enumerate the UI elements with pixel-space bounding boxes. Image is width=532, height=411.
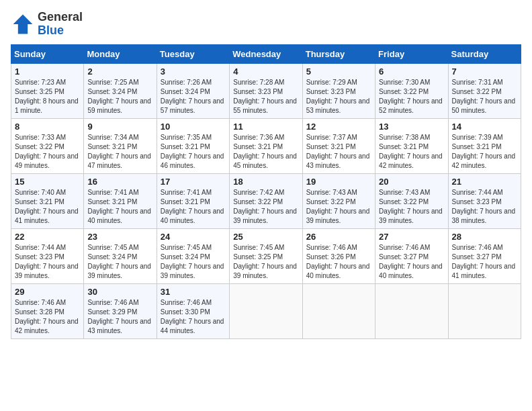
calendar-day-cell: 9 Sunrise: 7:34 AM Sunset: 3:21 PM Dayli…	[84, 118, 157, 173]
day-number: 23	[87, 232, 152, 242]
day-number: 12	[306, 122, 371, 132]
calendar-day-cell: 6 Sunrise: 7:30 AM Sunset: 3:22 PM Dayli…	[375, 63, 448, 118]
day-number: 28	[452, 232, 517, 242]
day-info: Sunrise: 7:37 AM Sunset: 3:21 PM Dayligh…	[306, 133, 371, 171]
calendar-day-cell: 23 Sunrise: 7:45 AM Sunset: 3:24 PM Dayl…	[84, 228, 157, 283]
svg-marker-0	[13, 14, 33, 34]
calendar-body: 1 Sunrise: 7:23 AM Sunset: 3:25 PM Dayli…	[11, 63, 521, 338]
calendar-day-cell: 27 Sunrise: 7:46 AM Sunset: 3:27 PM Dayl…	[375, 228, 448, 283]
day-info: Sunrise: 7:34 AM Sunset: 3:21 PM Dayligh…	[87, 133, 152, 171]
day-info: Sunrise: 7:30 AM Sunset: 3:22 PM Dayligh…	[379, 78, 444, 116]
calendar-day-cell: 29 Sunrise: 7:46 AM Sunset: 3:28 PM Dayl…	[11, 283, 84, 338]
weekday-label: Monday	[84, 44, 157, 63]
day-number: 24	[161, 232, 226, 242]
weekday-label: Sunday	[11, 44, 84, 63]
day-info: Sunrise: 7:33 AM Sunset: 3:22 PM Dayligh…	[15, 133, 80, 171]
page-header: General Blue	[11, 11, 521, 38]
day-info: Sunrise: 7:44 AM Sunset: 3:23 PM Dayligh…	[452, 188, 517, 226]
calendar-day-cell	[375, 283, 448, 338]
weekday-label: Friday	[375, 44, 448, 63]
day-info: Sunrise: 7:29 AM Sunset: 3:23 PM Dayligh…	[306, 78, 371, 116]
day-number: 20	[379, 177, 444, 187]
calendar-day-cell: 15 Sunrise: 7:40 AM Sunset: 3:21 PM Dayl…	[11, 173, 84, 228]
day-info: Sunrise: 7:43 AM Sunset: 3:22 PM Dayligh…	[379, 188, 444, 226]
weekday-label: Tuesday	[157, 44, 229, 63]
day-info: Sunrise: 7:28 AM Sunset: 3:23 PM Dayligh…	[233, 78, 298, 116]
calendar-day-cell: 28 Sunrise: 7:46 AM Sunset: 3:27 PM Dayl…	[448, 228, 521, 283]
day-number: 16	[87, 177, 152, 187]
calendar-day-cell: 13 Sunrise: 7:38 AM Sunset: 3:21 PM Dayl…	[375, 118, 448, 173]
calendar-day-cell: 16 Sunrise: 7:41 AM Sunset: 3:21 PM Dayl…	[84, 173, 157, 228]
calendar-day-cell: 17 Sunrise: 7:41 AM Sunset: 3:21 PM Dayl…	[157, 173, 229, 228]
day-info: Sunrise: 7:45 AM Sunset: 3:24 PM Dayligh…	[161, 243, 226, 281]
calendar-table: SundayMondayTuesdayWednesdayThursdayFrid…	[11, 44, 521, 339]
calendar-day-cell: 12 Sunrise: 7:37 AM Sunset: 3:21 PM Dayl…	[302, 118, 375, 173]
day-number: 1	[15, 66, 80, 77]
calendar-day-cell: 30 Sunrise: 7:46 AM Sunset: 3:29 PM Dayl…	[84, 283, 157, 338]
calendar-day-cell: 18 Sunrise: 7:42 AM Sunset: 3:22 PM Dayl…	[230, 173, 302, 228]
calendar-day-cell: 5 Sunrise: 7:29 AM Sunset: 3:23 PM Dayli…	[302, 63, 375, 118]
day-number: 5	[306, 66, 371, 77]
day-number: 10	[161, 122, 226, 132]
day-number: 7	[452, 66, 517, 77]
day-info: Sunrise: 7:31 AM Sunset: 3:22 PM Dayligh…	[452, 78, 517, 116]
logo-text: General Blue	[38, 11, 83, 38]
day-info: Sunrise: 7:42 AM Sunset: 3:22 PM Dayligh…	[233, 188, 298, 226]
calendar-day-cell	[448, 283, 521, 338]
day-info: Sunrise: 7:46 AM Sunset: 3:28 PM Dayligh…	[15, 298, 80, 336]
calendar-day-cell	[230, 283, 302, 338]
day-number: 29	[15, 287, 80, 297]
day-info: Sunrise: 7:41 AM Sunset: 3:21 PM Dayligh…	[87, 188, 152, 226]
calendar-day-cell: 11 Sunrise: 7:36 AM Sunset: 3:21 PM Dayl…	[230, 118, 302, 173]
logo-icon	[11, 12, 35, 36]
day-info: Sunrise: 7:46 AM Sunset: 3:26 PM Dayligh…	[306, 243, 371, 281]
calendar-day-cell: 21 Sunrise: 7:44 AM Sunset: 3:23 PM Dayl…	[448, 173, 521, 228]
day-number: 30	[87, 287, 152, 297]
day-info: Sunrise: 7:36 AM Sunset: 3:21 PM Dayligh…	[233, 133, 298, 171]
logo: General Blue	[11, 11, 83, 38]
calendar-day-cell: 25 Sunrise: 7:45 AM Sunset: 3:25 PM Dayl…	[230, 228, 302, 283]
day-info: Sunrise: 7:25 AM Sunset: 3:24 PM Dayligh…	[87, 78, 152, 116]
day-info: Sunrise: 7:26 AM Sunset: 3:24 PM Dayligh…	[161, 78, 226, 116]
calendar-day-cell: 22 Sunrise: 7:44 AM Sunset: 3:23 PM Dayl…	[11, 228, 84, 283]
weekday-label: Wednesday	[230, 44, 302, 63]
calendar-day-cell: 8 Sunrise: 7:33 AM Sunset: 3:22 PM Dayli…	[11, 118, 84, 173]
calendar-day-cell: 14 Sunrise: 7:39 AM Sunset: 3:21 PM Dayl…	[448, 118, 521, 173]
day-info: Sunrise: 7:43 AM Sunset: 3:22 PM Dayligh…	[306, 188, 371, 226]
day-info: Sunrise: 7:45 AM Sunset: 3:25 PM Dayligh…	[233, 243, 298, 281]
day-info: Sunrise: 7:38 AM Sunset: 3:21 PM Dayligh…	[379, 133, 444, 171]
calendar-day-cell: 24 Sunrise: 7:45 AM Sunset: 3:24 PM Dayl…	[157, 228, 229, 283]
day-info: Sunrise: 7:39 AM Sunset: 3:21 PM Dayligh…	[452, 133, 517, 171]
day-number: 25	[233, 232, 298, 242]
weekday-label: Saturday	[448, 44, 521, 63]
day-info: Sunrise: 7:23 AM Sunset: 3:25 PM Dayligh…	[15, 78, 80, 116]
calendar-day-cell: 19 Sunrise: 7:43 AM Sunset: 3:22 PM Dayl…	[302, 173, 375, 228]
day-number: 26	[306, 232, 371, 242]
calendar-day-cell: 3 Sunrise: 7:26 AM Sunset: 3:24 PM Dayli…	[157, 63, 229, 118]
calendar-day-cell: 4 Sunrise: 7:28 AM Sunset: 3:23 PM Dayli…	[230, 63, 302, 118]
day-info: Sunrise: 7:40 AM Sunset: 3:21 PM Dayligh…	[15, 188, 80, 226]
calendar-day-cell: 20 Sunrise: 7:43 AM Sunset: 3:22 PM Dayl…	[375, 173, 448, 228]
day-number: 14	[452, 122, 517, 132]
day-info: Sunrise: 7:46 AM Sunset: 3:29 PM Dayligh…	[87, 298, 152, 336]
day-number: 11	[233, 122, 298, 132]
day-info: Sunrise: 7:35 AM Sunset: 3:21 PM Dayligh…	[161, 133, 226, 171]
calendar-day-cell	[302, 283, 375, 338]
weekday-header-row: SundayMondayTuesdayWednesdayThursdayFrid…	[11, 44, 521, 63]
day-info: Sunrise: 7:41 AM Sunset: 3:21 PM Dayligh…	[161, 188, 226, 226]
day-number: 18	[233, 177, 298, 187]
day-number: 8	[15, 122, 80, 132]
day-info: Sunrise: 7:46 AM Sunset: 3:30 PM Dayligh…	[161, 298, 226, 336]
calendar-week-row: 1 Sunrise: 7:23 AM Sunset: 3:25 PM Dayli…	[11, 63, 521, 118]
day-number: 15	[15, 177, 80, 187]
day-info: Sunrise: 7:46 AM Sunset: 3:27 PM Dayligh…	[452, 243, 517, 281]
calendar-week-row: 15 Sunrise: 7:40 AM Sunset: 3:21 PM Dayl…	[11, 173, 521, 228]
day-info: Sunrise: 7:44 AM Sunset: 3:23 PM Dayligh…	[15, 243, 80, 281]
day-number: 13	[379, 122, 444, 132]
day-number: 27	[379, 232, 444, 242]
day-number: 6	[379, 66, 444, 77]
calendar-day-cell: 1 Sunrise: 7:23 AM Sunset: 3:25 PM Dayli…	[11, 63, 84, 118]
calendar-day-cell: 10 Sunrise: 7:35 AM Sunset: 3:21 PM Dayl…	[157, 118, 229, 173]
day-number: 22	[15, 232, 80, 242]
day-number: 3	[161, 66, 226, 77]
